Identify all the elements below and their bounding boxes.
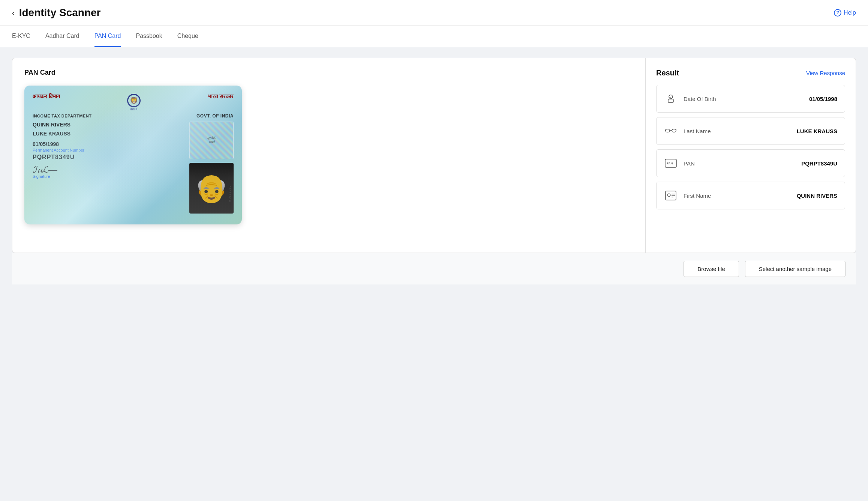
tab-cheque[interactable]: Cheque xyxy=(177,26,198,47)
result-label-lastname: Last Name xyxy=(684,128,791,134)
result-value-dob: 01/05/1998 xyxy=(809,96,837,102)
result-value-firstname: QUINN RIVERS xyxy=(797,193,837,199)
pan-perm-label: Permanent Account Number xyxy=(33,148,179,152)
result-header: Result View Response xyxy=(656,69,845,77)
svg-rect-1 xyxy=(668,99,673,102)
pan-text-col: QUINN RIVERS LUKE KRAUSS 01/05/1998 Perm… xyxy=(33,122,179,214)
help-label: Help xyxy=(844,9,856,16)
result-title: Result xyxy=(656,69,679,77)
result-label-firstname: First Name xyxy=(684,193,791,199)
pan-card-image: आयकर विभाग 🦁 INDIA भारत सरकार INCOME TAX… xyxy=(24,86,242,224)
birthday-icon xyxy=(664,92,678,105)
result-label-pan: PAN xyxy=(684,160,795,167)
emblem-circle: 🦁 xyxy=(127,94,141,107)
header: ‹ Identity Scanner ? Help xyxy=(0,0,868,26)
pan-number: PQRPT8349U xyxy=(33,154,179,161)
pan-dept-name: INCOME TAX DEPARTMENT xyxy=(33,114,91,118)
main-content: PAN Card आयकर विभाग 🦁 INDIA भारत सरकार I… xyxy=(0,47,868,295)
pan-owner-name: QUINN RIVERS xyxy=(33,122,179,128)
pan-father-name: LUKE KRAUSS xyxy=(33,131,179,137)
bottom-bar: Browse file Select another sample image xyxy=(12,253,856,284)
svg-line-9 xyxy=(676,129,676,131)
app-title: Identity Scanner xyxy=(19,7,101,19)
result-value-lastname: LUKE KRAUSS xyxy=(797,128,837,134)
tab-pan[interactable]: PAN Card xyxy=(94,26,121,47)
select-sample-button[interactable]: Select another sample image xyxy=(745,261,846,277)
result-item-pan: PAN PAN PQRPT8349U xyxy=(656,149,845,177)
emblem-text: INDIA xyxy=(130,108,138,111)
tab-aadhar[interactable]: Aadhar Card xyxy=(45,26,79,47)
svg-rect-6 xyxy=(672,129,676,132)
result-item-firstname: First Name QUINN RIVERS xyxy=(656,182,845,209)
pan-vertical-text: 03122016 xyxy=(228,186,231,202)
result-label-dob: Date Of Birth xyxy=(684,96,803,102)
panel-title: PAN Card xyxy=(24,69,633,77)
photo-box: 👴 03122016 xyxy=(189,163,234,214)
view-response-button[interactable]: View Response xyxy=(806,70,845,76)
sig-label: Signature xyxy=(33,174,179,179)
browse-file-button[interactable]: Browse file xyxy=(684,261,739,277)
pan-body: QUINN RIVERS LUKE KRAUSS 01/05/1998 Perm… xyxy=(33,122,234,214)
svg-line-8 xyxy=(665,129,666,131)
pan-govt-name: GOVT. OF INDIA xyxy=(196,113,234,119)
hologram-box: सत्यमेवजयते xyxy=(189,122,234,159)
pan-card-header: आयकर विभाग 🦁 INDIA भारत सरकार xyxy=(33,92,234,112)
help-button[interactable]: ? Help xyxy=(834,9,856,17)
result-item-lastname: Last Name LUKE KRAUSS xyxy=(656,117,845,145)
pan-dob: 01/05/1998 xyxy=(33,141,179,147)
signature-squiggle: ℐ𝓾ℒ— xyxy=(33,165,179,174)
result-value-pan: PQRPT8349U xyxy=(801,160,837,167)
left-panel: PAN Card आयकर विभाग 🦁 INDIA भारत सरकार I… xyxy=(12,58,646,253)
tab-ekyc[interactable]: E-KYC xyxy=(12,26,30,47)
svg-point-13 xyxy=(667,194,670,197)
hologram-inner: सत्यमेवजयते xyxy=(207,135,216,145)
person-photo-icon: 👴 xyxy=(195,172,228,204)
pan-right-col: सत्यमेवजयते 👴 03122016 xyxy=(185,122,234,214)
pan-emblem: 🦁 INDIA xyxy=(125,92,143,112)
svg-text:PAN: PAN xyxy=(667,162,673,165)
tabs-bar: E-KYC Aadhar Card PAN Card Passbook Cheq… xyxy=(0,26,868,47)
help-icon: ? xyxy=(834,9,841,17)
id-card-icon xyxy=(664,189,678,202)
photo-person: 👴 xyxy=(189,163,234,214)
glasses-icon xyxy=(664,124,678,138)
result-item-dob: Date Of Birth 01/05/1998 xyxy=(656,85,845,113)
tab-passbook[interactable]: Passbook xyxy=(136,26,162,47)
card-container: PAN Card आयकर विभाग 🦁 INDIA भारत सरकार I… xyxy=(12,58,856,253)
svg-rect-5 xyxy=(666,129,670,132)
header-left: ‹ Identity Scanner xyxy=(12,7,101,19)
right-panel: Result View Response Date Of Birth 01/05… xyxy=(646,58,856,253)
pan-dept-row: INCOME TAX DEPARTMENT GOVT. OF INDIA xyxy=(33,113,234,119)
back-button[interactable]: ‹ xyxy=(12,9,15,17)
pan-hindi-left: आयकर विभाग xyxy=(33,92,60,100)
sig-area: ℐ𝓾ℒ— Signature xyxy=(33,165,179,179)
pan-card-icon: PAN xyxy=(664,156,678,170)
pan-hindi-right: भारत सरकार xyxy=(208,92,234,100)
